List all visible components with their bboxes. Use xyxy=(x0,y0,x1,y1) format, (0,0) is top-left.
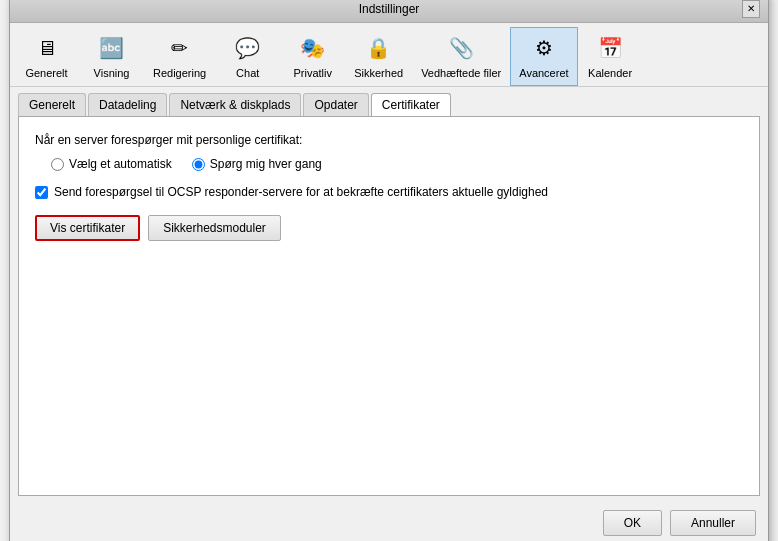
toolbar-item-avanceret[interactable]: ⚙ Avanceret xyxy=(510,27,577,86)
toolbar-item-redigering[interactable]: ✏ Redigering xyxy=(144,27,215,86)
toolbar-label-avanceret: Avanceret xyxy=(519,67,568,79)
toolbar: 🖥 Generelt 🔤 Visning ✏ Redigering 💬 Chat… xyxy=(10,23,768,87)
ocsp-checkbox[interactable] xyxy=(35,186,48,199)
ocsp-label: Send forespørgsel til OCSP responder-ser… xyxy=(54,185,548,199)
avanceret-icon: ⚙ xyxy=(528,32,560,64)
toolbar-label-kalender: Kalender xyxy=(588,67,632,79)
titlebar: Indstillinger ✕ xyxy=(10,0,768,23)
tabs-row: Generelt Datadeling Netværk & diskplads … xyxy=(10,87,768,116)
cert-buttons-row: Vis certifikater Sikkerhedsmoduler xyxy=(35,215,743,241)
ocsp-checkbox-row: Send forespørgsel til OCSP responder-ser… xyxy=(35,185,743,199)
generelt-icon: 🖥 xyxy=(31,32,63,64)
toolbar-label-sikkerhed: Sikkerhed xyxy=(354,67,403,79)
visning-icon: 🔤 xyxy=(96,32,128,64)
radio-group: Vælg et automatisk Spørg mig hver gang xyxy=(51,157,743,171)
toolbar-label-chat: Chat xyxy=(236,67,259,79)
toolbar-label-privatliv: Privatliv xyxy=(293,67,332,79)
toolbar-item-visning[interactable]: 🔤 Visning xyxy=(79,27,144,86)
radio-prompt-input[interactable] xyxy=(192,158,205,171)
close-button[interactable]: ✕ xyxy=(742,0,760,18)
tab-opdater[interactable]: Opdater xyxy=(303,93,368,116)
server-prompt-label: Når en server forespørger mit personlige… xyxy=(35,133,743,147)
tab-generelt[interactable]: Generelt xyxy=(18,93,86,116)
toolbar-label-redigering: Redigering xyxy=(153,67,206,79)
toolbar-label-vedhaeftede: Vedhæftede filer xyxy=(421,67,501,79)
toolbar-item-chat[interactable]: 💬 Chat xyxy=(215,27,280,86)
bottom-bar: OK Annuller xyxy=(10,504,768,541)
privatliv-icon: 🎭 xyxy=(297,32,329,64)
sikkerhed-icon: 🔒 xyxy=(363,32,395,64)
toolbar-item-generelt[interactable]: 🖥 Generelt xyxy=(14,27,79,86)
toolbar-label-visning: Visning xyxy=(94,67,130,79)
content-area: Når en server forespørger mit personlige… xyxy=(18,116,760,496)
radio-auto-input[interactable] xyxy=(51,158,64,171)
vis-certifikater-button[interactable]: Vis certifikater xyxy=(35,215,140,241)
window-title: Indstillinger xyxy=(36,2,742,16)
vedhaeftede-icon: 📎 xyxy=(445,32,477,64)
tab-netvaerk[interactable]: Netværk & diskplads xyxy=(169,93,301,116)
radio-prompt-label: Spørg mig hver gang xyxy=(210,157,322,171)
toolbar-item-vedhaeftede[interactable]: 📎 Vedhæftede filer xyxy=(412,27,510,86)
sikkerhedsmoduler-button[interactable]: Sikkerhedsmoduler xyxy=(148,215,281,241)
radio-auto[interactable]: Vælg et automatisk xyxy=(51,157,172,171)
ok-button[interactable]: OK xyxy=(603,510,662,536)
toolbar-item-kalender[interactable]: 📅 Kalender xyxy=(578,27,643,86)
tab-certifikater[interactable]: Certifikater xyxy=(371,93,451,116)
toolbar-item-privatliv[interactable]: 🎭 Privatliv xyxy=(280,27,345,86)
redigering-icon: ✏ xyxy=(164,32,196,64)
kalender-icon: 📅 xyxy=(594,32,626,64)
annuller-button[interactable]: Annuller xyxy=(670,510,756,536)
tab-datadeling[interactable]: Datadeling xyxy=(88,93,167,116)
toolbar-item-sikkerhed[interactable]: 🔒 Sikkerhed xyxy=(345,27,412,86)
radio-prompt[interactable]: Spørg mig hver gang xyxy=(192,157,322,171)
radio-auto-label: Vælg et automatisk xyxy=(69,157,172,171)
chat-icon: 💬 xyxy=(232,32,264,64)
toolbar-label-generelt: Generelt xyxy=(25,67,67,79)
settings-window: Indstillinger ✕ 🖥 Generelt 🔤 Visning ✏ R… xyxy=(9,0,769,541)
